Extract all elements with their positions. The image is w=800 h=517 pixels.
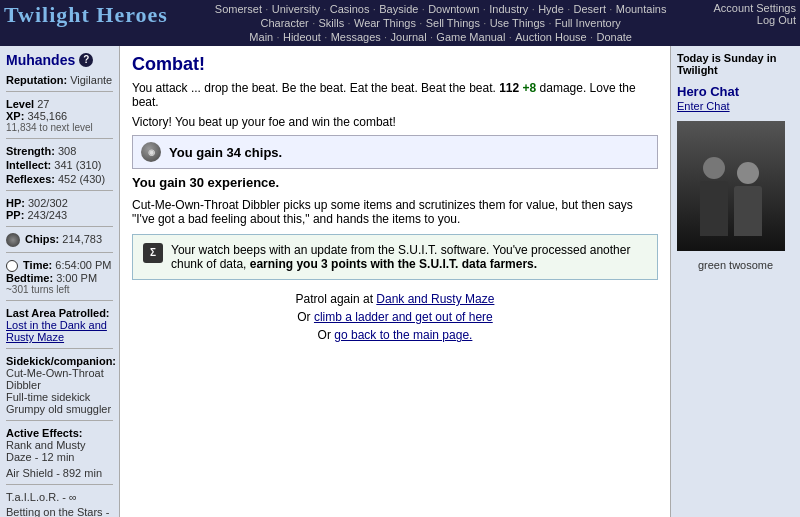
level-section: Level 27 XP: 345,166 11,834 to next leve…	[6, 98, 113, 133]
chips-gain-text: You gain 34 chips.	[169, 145, 282, 160]
last-area-section: Last Area Patrolled: Lost in the Dank an…	[6, 307, 113, 343]
active-effects-section: Active Effects: Rank and Musty Daze - 12…	[6, 427, 113, 479]
divider-6	[6, 300, 113, 301]
nav-downtown[interactable]: Downtown	[428, 3, 479, 15]
character-name: Muhandes ?	[6, 52, 113, 68]
body-1	[700, 181, 728, 236]
left-sidebar: Muhandes ? Reputation: Vigilante Level 2…	[0, 46, 120, 517]
stats-section: Strength: 308 Intellect: 341 (310) Refle…	[6, 145, 113, 185]
nav-row-3: Main · Hideout · Messages · Journal · Ga…	[178, 30, 704, 44]
logout-link[interactable]: Log Out	[713, 14, 796, 26]
nav-somerset[interactable]: Somerset	[215, 3, 262, 15]
patrol-link[interactable]: Dank and Rusty Maze	[376, 292, 494, 306]
image-caption: green twosome	[677, 259, 794, 271]
nav-university[interactable]: University	[272, 3, 320, 15]
nav-use-things[interactable]: Use Things	[490, 17, 545, 29]
nav-bayside[interactable]: Bayside	[379, 3, 418, 15]
xp-gain-text: You gain 30 experience.	[132, 175, 658, 190]
day-info: Today is Sunday in Twilight	[677, 52, 794, 76]
tailor-section: T.a.I.L.o.R. - ∞ Betting on the Stars - …	[6, 491, 113, 517]
nav-hyde[interactable]: Hyde	[538, 3, 564, 15]
divider-2	[6, 138, 113, 139]
body-2	[734, 186, 762, 236]
nav-donate[interactable]: Donate	[596, 31, 631, 43]
suit-icon: Σ	[143, 243, 163, 263]
divider-4	[6, 226, 113, 227]
divider-7	[6, 348, 113, 349]
head-1	[703, 157, 725, 179]
nav-casinos[interactable]: Casinos	[330, 3, 370, 15]
hero-chat-label: Hero Chat	[677, 84, 794, 99]
time-icon	[6, 260, 18, 272]
chips-section: Chips: 214,783	[6, 233, 113, 247]
help-icon[interactable]: ?	[79, 53, 93, 67]
chips-gain-box: ◉ You gain 34 chips.	[132, 135, 658, 169]
nav-main[interactable]: Main	[249, 31, 273, 43]
right-sidebar: Today is Sunday in Twilight Hero Chat En…	[670, 46, 800, 517]
account-settings-link[interactable]: Account Settings	[713, 2, 796, 14]
main-layout: Muhandes ? Reputation: Vigilante Level 2…	[0, 46, 800, 517]
nav-full-inventory[interactable]: Full Inventory	[555, 17, 621, 29]
nav-hideout[interactable]: Hideout	[283, 31, 321, 43]
divider-1	[6, 91, 113, 92]
game-title: Twilight Heroes	[4, 2, 168, 28]
figure-1	[700, 157, 728, 236]
nav-industry[interactable]: Industry	[489, 3, 528, 15]
last-area-link[interactable]: Lost in the Dank and Rusty Maze	[6, 319, 107, 343]
divider-9	[6, 484, 113, 485]
image-placeholder	[677, 121, 785, 251]
sidekick-section: Sidekick/companion: Cut-Me-Own-Throat Di…	[6, 355, 113, 415]
chip-icon	[6, 233, 20, 247]
center-content: Combat! You attack ... drop the beat. Be…	[120, 46, 670, 517]
coin-icon: ◉	[141, 142, 161, 162]
top-navigation: Twilight Heroes Somerset · University · …	[0, 0, 800, 46]
patrol-links: Patrol again at Dank and Rusty Maze Or c…	[132, 292, 658, 342]
combat-title: Combat!	[132, 54, 658, 75]
enter-chat-link[interactable]: Enter Chat	[677, 100, 730, 112]
nav-character[interactable]: Character	[260, 17, 308, 29]
nav-links: Somerset · University · Casinos · Baysid…	[168, 2, 714, 44]
nav-desert[interactable]: Desert	[574, 3, 606, 15]
divider-8	[6, 420, 113, 421]
nav-skills[interactable]: Skills	[319, 17, 345, 29]
nav-journal[interactable]: Journal	[391, 31, 427, 43]
dibbler-text: Cut-Me-Own-Throat Dibbler picks up some …	[132, 198, 658, 226]
suit-notification-box: Σ Your watch beeps with an update from t…	[132, 234, 658, 280]
time-section: Time: 6:54:00 PM Bedtime: 3:00 PM ~301 t…	[6, 259, 113, 295]
main-page-link[interactable]: go back to the main page.	[334, 328, 472, 342]
head-2	[737, 162, 759, 184]
ladder-link[interactable]: climb a ladder and get out of here	[314, 310, 493, 324]
nav-mountains[interactable]: Mountains	[616, 3, 667, 15]
nav-wear-things[interactable]: Wear Things	[354, 17, 416, 29]
nav-auction-house[interactable]: Auction House	[515, 31, 587, 43]
figures-container	[700, 137, 762, 236]
combat-attack-text: You attack ... drop the beat. Be the bea…	[132, 81, 658, 109]
nav-game-manual[interactable]: Game Manual	[436, 31, 505, 43]
nav-sell-things[interactable]: Sell Things	[426, 17, 480, 29]
nav-messages[interactable]: Messages	[331, 31, 381, 43]
account-links: Account Settings Log Out	[713, 2, 796, 26]
divider-3	[6, 190, 113, 191]
divider-5	[6, 252, 113, 253]
hp-pp-section: HP: 302/302 PP: 243/243	[6, 197, 113, 221]
suit-text: Your watch beeps with an update from the…	[171, 243, 647, 271]
nav-row-2: Character · Skills · Wear Things · Sell …	[178, 16, 704, 30]
victory-text: Victory! You beat up your foe and win th…	[132, 115, 658, 129]
reputation-section: Reputation: Vigilante	[6, 74, 113, 86]
combat-image	[677, 121, 785, 251]
figure-2	[734, 162, 762, 236]
nav-row-1: Somerset · University · Casinos · Baysid…	[178, 2, 704, 16]
